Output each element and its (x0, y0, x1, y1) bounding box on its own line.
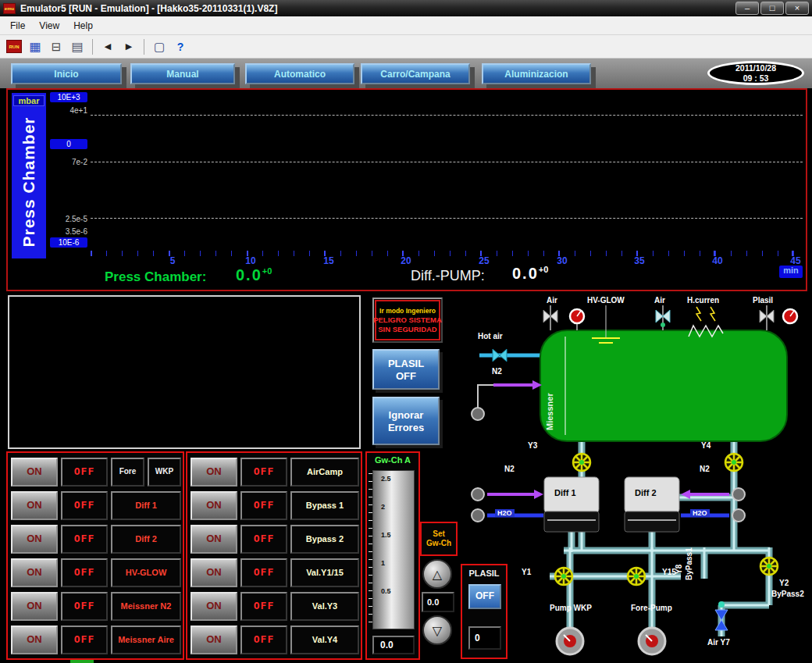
hv-glow-on-button[interactable]: ON (11, 558, 58, 587)
y-tick-label: 7e-2 (48, 158, 87, 166)
x-tick-label: 40 (702, 255, 733, 266)
tab-automatico[interactable]: Automatico (245, 63, 354, 84)
trend-chart-panel: mbar Press Chamber 10E+3 4e+1 0 7e-2 2.5… (6, 88, 807, 291)
bypass1-on-button[interactable]: ON (191, 491, 237, 520)
valve-y8-label: Y8 (675, 558, 683, 574)
tab-inicio[interactable]: Inicio (11, 63, 122, 84)
bypass2-label: ByPass2 (771, 590, 804, 598)
plot-area (91, 93, 803, 251)
diff-exponent: +0 (539, 265, 549, 274)
gauge-scale-label: 1.5 (381, 531, 400, 539)
help-icon[interactable]: ? (171, 37, 190, 56)
plasil-off-button[interactable]: PLASIL OFF (372, 349, 440, 390)
x-tick-label: 5 (157, 255, 188, 266)
hv-glow-off-button[interactable]: OFF (61, 558, 108, 587)
title-bar[interactable]: emu Emulator5 [RUN - Emulation] - [Hakko… (0, 0, 812, 16)
fore-select-button[interactable]: Fore (111, 458, 144, 487)
menu-help[interactable]: Help (66, 18, 100, 34)
time-text: 09 : 53 (743, 73, 769, 83)
val-y3-on-button[interactable]: ON (191, 592, 237, 621)
valve-y1-label: Y1 (522, 568, 531, 576)
run-icon-glyph: RUN (6, 40, 22, 53)
menu-view[interactable]: View (32, 18, 66, 34)
maximize-button[interactable]: □ (760, 2, 784, 15)
set-gw-ch-title: Set Gw-Ch (420, 522, 458, 556)
tab-manual[interactable]: Manual (130, 63, 235, 84)
diff1-on-button[interactable]: ON (11, 491, 58, 520)
desktop-peek (70, 660, 94, 663)
tab-aluminizacion[interactable]: Aluminizacion (482, 63, 591, 84)
step-forward-icon[interactable]: ▶ (119, 37, 138, 56)
valve-y3-label: Y3 (528, 441, 537, 450)
plasil-panel-off-button[interactable]: OFF (468, 584, 501, 609)
gauge-scale-label: 2.5 (381, 475, 400, 483)
bypass1-off-button[interactable]: OFF (240, 491, 287, 520)
x-tick-label: 35 (624, 255, 655, 266)
decrement-button[interactable]: ▽ (422, 615, 452, 645)
bypass1-switch-label: Bypass 1 (290, 491, 359, 520)
val-y4-off-button[interactable]: OFF (240, 626, 287, 654)
valve-y4-label: Y4 (701, 441, 710, 450)
val-y4-on-button[interactable]: ON (191, 626, 237, 654)
meissner-n2-switch-label: Meissner N2 (111, 592, 181, 621)
plasil-control-panel: PLASIL OFF 0 (461, 564, 508, 659)
air-supply-label-1: Air (547, 296, 557, 305)
set-value-display: 0.0 (422, 592, 454, 612)
aircamp-off-button[interactable]: OFF (240, 458, 287, 487)
set-title-line2: Gw-Ch (426, 539, 451, 548)
step-back-icon[interactable]: ◀ (98, 37, 117, 56)
engineer-mode-button[interactable]: Ir modo Ingeniero PELIGRO SISTEMA SIN SE… (372, 298, 443, 343)
diff2-off-button[interactable]: OFF (61, 525, 108, 554)
monitor-icon[interactable]: ▢ (150, 37, 169, 56)
minimize-button[interactable]: – (735, 2, 759, 15)
val-y1-15-off-button[interactable]: OFF (240, 558, 287, 587)
gauge-scale-body (372, 470, 415, 629)
wkp-select-button[interactable]: WKP (148, 458, 181, 487)
plasil-off-line2: OFF (374, 370, 438, 382)
pump-wkp-label: Pump WKP (550, 604, 592, 612)
run-icon[interactable]: RUN (5, 37, 23, 56)
meissner-aire-off-button[interactable]: OFF (61, 626, 108, 654)
switch-row: ON OFF Val.Y4 (187, 626, 361, 654)
toolbar-separator (92, 39, 93, 55)
datetime-display: 2011/10/28 09 : 53 (707, 61, 804, 85)
meissner-n2-off-button[interactable]: OFF (61, 592, 108, 621)
close-button[interactable]: × (785, 2, 809, 15)
n2-inlet-label: N2 (492, 367, 502, 376)
meissner-aire-on-button[interactable]: ON (11, 626, 58, 654)
fore-wkp-off-button[interactable]: OFF (61, 458, 108, 487)
diff-value: 0.0 (512, 265, 539, 282)
hv-glow-label: HV-GLOW (587, 296, 625, 305)
message-log (8, 295, 361, 449)
x-tick-label: 30 (547, 255, 578, 266)
switch-row: ON OFF Fore WKP (8, 458, 183, 487)
print-icon[interactable]: ▤ (68, 37, 87, 56)
diff1-off-button[interactable]: OFF (61, 491, 108, 520)
switch-row: ON OFF Val.Y3 (187, 592, 361, 621)
switch-row: ON OFF Meissner N2 (8, 592, 183, 621)
gridline (91, 115, 803, 116)
miessner-vessel-label: Miessner (545, 363, 554, 430)
press-chamber-readout-label: Press Chamber: (105, 269, 206, 285)
val-y1-15-on-button[interactable]: ON (191, 558, 237, 587)
ignore-errors-button[interactable]: Ignorar Errores (372, 397, 440, 445)
tab-carro-campana[interactable]: Carro/Campana (361, 63, 470, 84)
diff1-switch-label: Diff 1 (111, 491, 181, 520)
table-icon[interactable]: ▦ (26, 37, 45, 56)
val-y3-off-button[interactable]: OFF (240, 592, 287, 621)
diff2-on-button[interactable]: ON (11, 525, 58, 554)
bypass2-off-button[interactable]: OFF (240, 525, 287, 554)
fore-wkp-on-button[interactable]: ON (11, 458, 58, 487)
bypass2-on-button[interactable]: ON (191, 525, 237, 554)
gauge-scale-label: 1 (381, 559, 400, 567)
increment-button[interactable]: △ (422, 559, 452, 589)
y-tick-label: 4e+1 (48, 106, 87, 115)
diff-pump-readout-value: 0.0+0 (512, 265, 548, 283)
engineer-line1: Ir modo Ingeniero (379, 307, 436, 315)
aircamp-on-button[interactable]: ON (191, 458, 237, 487)
meissner-n2-on-button[interactable]: ON (11, 592, 58, 621)
engineer-mode-inner: Ir modo Ingeniero PELIGRO SISTEMA SIN SE… (375, 300, 440, 340)
screens-icon[interactable]: ⊟ (47, 37, 66, 56)
menu-file[interactable]: File (3, 18, 32, 34)
plasil-label: Plasil (753, 296, 773, 305)
